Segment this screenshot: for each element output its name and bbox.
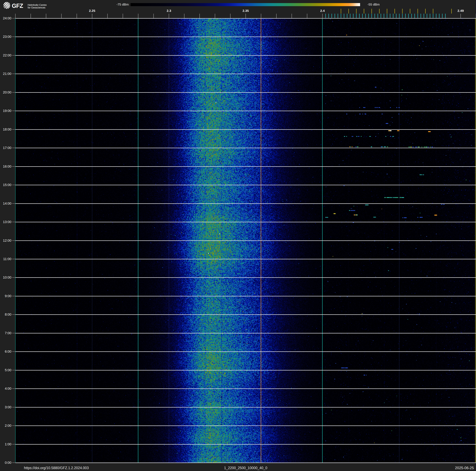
hour-label: 20:00: [0, 91, 11, 94]
freq-tick: [200, 14, 200, 18]
wifi-channel-tick: [394, 9, 395, 14]
ble-channel-tick: [421, 14, 421, 18]
hour-tick: [12, 148, 15, 148]
hour-gridline: [15, 240, 476, 241]
ble-channel-tick: [374, 14, 375, 18]
hour-gridline: [15, 92, 476, 93]
ble-channel-tick: [442, 14, 442, 18]
hour-gridline: [15, 407, 476, 408]
logo-wordmark: GFZ: [12, 3, 23, 9]
ble-channel-tick: [372, 14, 372, 18]
ble-channel-tick: [365, 14, 366, 18]
hour-gridline: [15, 55, 476, 56]
freq-tick: [123, 14, 123, 18]
ble-channel-tick: [350, 14, 350, 18]
hour-label: 1:00: [0, 442, 11, 446]
hour-label: 13:00: [0, 220, 11, 224]
hour-gridline: [15, 388, 476, 389]
hour-tick: [12, 296, 15, 296]
ble-channel-tick: [402, 14, 403, 18]
hour-gridline: [15, 333, 476, 333]
wifi-channel-tick: [372, 9, 372, 14]
freq-tick: [276, 14, 276, 18]
hour-label: 5:00: [0, 368, 11, 372]
dataset-title: 1_2200_2500_10000_40_0: [15, 466, 476, 470]
hour-tick: [12, 351, 15, 352]
wifi-channel-tick: [379, 9, 380, 14]
ble-channel-tick: [424, 14, 424, 18]
hour-tick: [12, 463, 15, 463]
hour-label: 0:00: [0, 461, 11, 465]
ble-channel-tick: [408, 14, 409, 18]
org-name: Helmholtz Centre for Geosciences: [28, 4, 47, 9]
freq-tick: [138, 14, 138, 18]
hour-gridline: [15, 185, 476, 185]
freq-tick: [246, 14, 246, 18]
hour-gridline: [15, 296, 476, 296]
hour-tick: [12, 18, 15, 18]
hour-tick: [12, 203, 15, 204]
hour-gridline: [15, 36, 476, 37]
hour-tick: [12, 407, 15, 407]
hour-label: 7:00: [0, 331, 11, 335]
ble-channel-tick: [335, 14, 335, 18]
wifi-channel-tick: [364, 9, 364, 14]
hour-gridline: [15, 444, 476, 445]
hour-gridline: [15, 166, 476, 167]
hour-gridline: [15, 463, 476, 463]
hour-label: 19:00: [0, 109, 11, 113]
hour-gridline: [15, 259, 476, 259]
hour-tick: [12, 222, 15, 222]
ble-channel-tick: [390, 14, 390, 18]
hour-gridline: [15, 277, 476, 278]
wifi-channel-tick: [402, 9, 403, 14]
hour-gridline: [15, 370, 476, 370]
hour-gridline: [15, 425, 476, 426]
wifi-channel-tick: [356, 9, 357, 14]
hour-label: 18:00: [0, 127, 11, 131]
freq-tick: [61, 14, 62, 18]
hour-label: 10:00: [0, 275, 11, 279]
ble-channel-tick: [430, 14, 430, 18]
freq-tick: [77, 14, 77, 18]
hour-label: 15:00: [0, 183, 11, 187]
ble-channel-tick: [381, 14, 381, 18]
hour-tick: [12, 333, 15, 333]
wifi-channel-tick: [410, 9, 410, 14]
hour-tick: [12, 92, 15, 92]
ble-channel-tick: [414, 14, 415, 18]
hour-gridline: [15, 314, 476, 315]
hour-tick: [12, 111, 15, 111]
hour-label: 23:00: [0, 35, 11, 39]
ble-channel-tick: [396, 14, 396, 18]
hour-label: 11:00: [0, 257, 11, 261]
hour-label: 21:00: [0, 72, 11, 76]
hour-label: 17:00: [0, 146, 11, 150]
hour-label: 9:00: [0, 294, 11, 298]
freq-label: 2.35: [238, 9, 253, 13]
hour-label: 14:00: [0, 201, 11, 205]
hour-tick: [12, 185, 15, 185]
hour-tick: [12, 277, 15, 278]
hour-label: 22:00: [0, 53, 11, 57]
hour-label: 4:00: [0, 387, 11, 391]
hour-label: 12:00: [0, 238, 11, 243]
ble-channel-tick: [338, 14, 338, 18]
ble-channel-tick: [368, 14, 369, 18]
ble-channel-tick: [362, 14, 363, 18]
wifi-channel-tick: [348, 9, 349, 14]
wifi-channel-tick: [341, 9, 341, 14]
freq-label: 2.4: [315, 9, 330, 13]
hour-tick: [12, 444, 15, 444]
ble-channel-tick: [378, 14, 378, 18]
ble-channel-tick: [399, 14, 400, 18]
hour-tick: [12, 370, 15, 370]
ble-channel-tick: [393, 14, 393, 18]
colorbar-gradient: [131, 3, 360, 6]
hour-tick: [12, 55, 15, 55]
hour-label: 2:00: [0, 424, 11, 428]
freq-tick: [153, 14, 154, 18]
hour-tick: [12, 36, 15, 37]
hour-label: 16:00: [0, 164, 11, 168]
freq-tick: [230, 14, 230, 18]
